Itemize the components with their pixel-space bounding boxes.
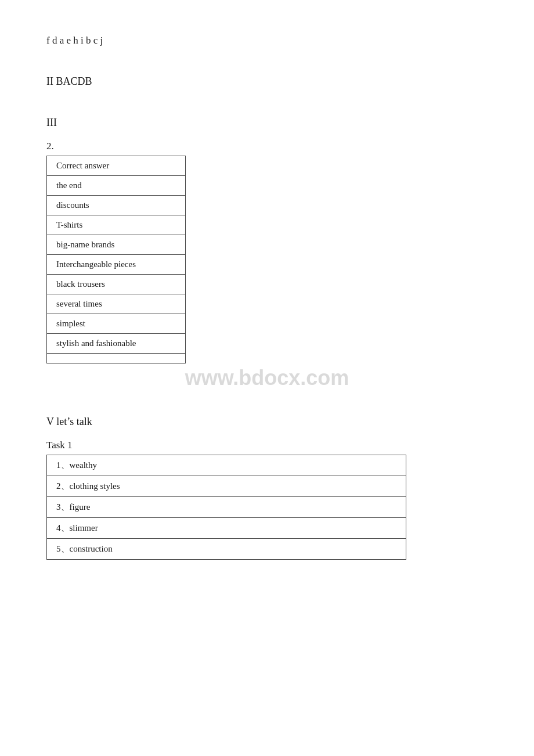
table-row: 3、figure: [47, 497, 406, 518]
table-row: 5、construction: [47, 539, 406, 560]
section-2: II BACDB: [46, 75, 488, 88]
section-3-subheading: 2.: [46, 141, 488, 152]
section-3-table: Correct answerthe enddiscountsT-shirtsbi…: [46, 156, 186, 363]
table-row: big-name brands: [47, 235, 186, 255]
section-5: V let’s talk Task 1 1、wealthy2、clothing …: [46, 416, 488, 560]
section-3: III 2. Correct answerthe enddiscountsT-s…: [46, 117, 488, 363]
section-3-heading: III: [46, 117, 488, 129]
section-2-heading: II BACDB: [46, 75, 488, 88]
table-row: 2、clothing styles: [47, 476, 406, 497]
table-row: T-shirts: [47, 215, 186, 235]
section-1-line: f d a e h i b c j: [46, 35, 488, 46]
section-5-heading: V let’s talk: [46, 416, 488, 428]
table-row: stylish and fashionable: [47, 334, 186, 354]
section-5-subheading: Task 1: [46, 440, 488, 451]
table-row: several times: [47, 294, 186, 314]
table-row: [47, 354, 186, 363]
table-row: the end: [47, 176, 186, 196]
section-5-table: 1、wealthy2、clothing styles3、figure4、slim…: [46, 455, 406, 560]
table-row: black trousers: [47, 275, 186, 294]
table-row: Interchangeable pieces: [47, 255, 186, 275]
table-row: 1、wealthy: [47, 455, 406, 476]
section-1: f d a e h i b c j: [46, 35, 488, 46]
table-row: Correct answer: [47, 156, 186, 176]
table-row: simplest: [47, 314, 186, 334]
table-row: 4、slimmer: [47, 518, 406, 539]
table-row: discounts: [47, 196, 186, 215]
